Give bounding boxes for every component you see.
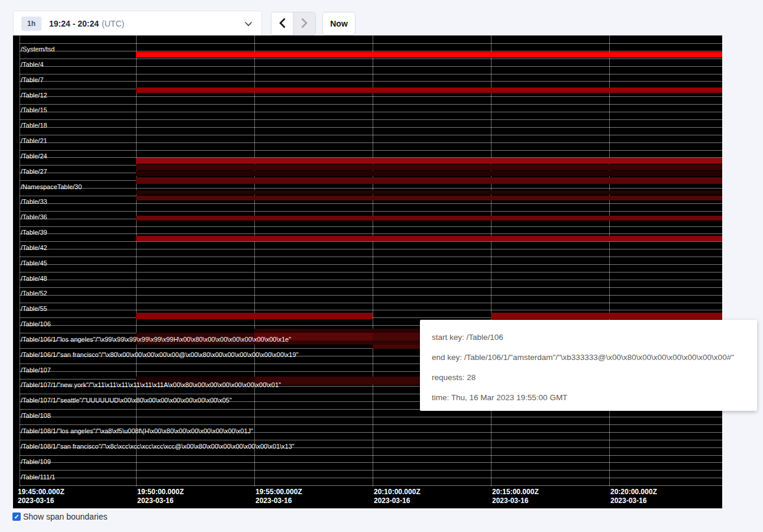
time-axis-label: 19:45:00.000Z2023-03-16 [18, 488, 64, 505]
span-boundary-line [20, 241, 722, 242]
span-boundary-line [20, 203, 722, 204]
heatmap-band[interactable] [136, 164, 722, 170]
span-boundary-line [20, 119, 722, 120]
row-label: /Table/107 [21, 366, 51, 374]
time-range-selector[interactable]: 1h 19:24 - 20:24 (UTC) [13, 11, 262, 37]
span-boundary-line [20, 280, 722, 280]
row-label: /Table/55 [21, 305, 47, 312]
span-boundary-line [20, 485, 722, 486]
range-text: 19:24 - 20:24 [49, 19, 99, 28]
axis-date: 2023-03-16 [374, 497, 421, 505]
tooltip-end-key: end key: /Table/106/1/"amsterdam"/"\xb33… [432, 348, 745, 368]
axis-time: 20:20:00.000Z [610, 488, 657, 497]
tooltip-time: time: Thu, 16 Mar 2023 19:55:00 GMT [432, 388, 745, 408]
next-interval-button[interactable] [293, 12, 315, 35]
previous-interval-button[interactable] [271, 12, 293, 35]
row-label: /NamespaceTable/30 [21, 183, 82, 190]
row-label: /Table/27 [21, 168, 47, 175]
span-boundary-line [20, 226, 722, 227]
row-label: /Table/21 [21, 137, 47, 144]
time-axis-label: 20:20:00.000Z2023-03-16 [610, 488, 657, 505]
span-boundary-line [20, 264, 722, 265]
span-boundary-line [20, 142, 722, 143]
span-boundary-line [20, 295, 722, 296]
key-visualizer-canvas[interactable]: /System/tsd/Table/4/Table/7/Table/12/Tab… [13, 35, 722, 508]
time-axis-label: 19:55:00.000Z2023-03-16 [256, 488, 302, 505]
row-label: /Table/12 [21, 92, 47, 99]
time-grid-line [20, 35, 20, 486]
time-grid-line [609, 35, 610, 486]
time-axis-label: 20:10:00.000Z2023-03-16 [374, 488, 421, 505]
row-label: /Table/106 [21, 320, 51, 327]
span-boundary-line [20, 287, 722, 288]
span-boundary-line [20, 310, 722, 310]
span-boundary-line [20, 74, 722, 74]
show-span-boundaries-checkbox[interactable]: ✓ [12, 512, 21, 521]
span-boundary-line [20, 440, 722, 440]
heatmap-band[interactable] [136, 313, 373, 319]
axis-time: 20:15:00.000Z [492, 488, 539, 497]
row-label: /Table/108 [21, 412, 51, 419]
time-grid-line [491, 35, 492, 486]
cell-tooltip: start key: /Table/106 end key: /Table/10… [420, 320, 757, 411]
axis-time: 19:50:00.000Z [137, 488, 184, 497]
span-boundary-line [20, 478, 722, 478]
span-boundary-line [20, 43, 722, 44]
heatmap-band[interactable] [136, 171, 722, 176]
axis-date: 2023-03-16 [610, 497, 657, 505]
span-boundary-line [20, 59, 722, 59]
row-label: /Table/108/1/"san francisco"/"\x8c\xcc\x… [21, 443, 295, 450]
row-label: /Table/18 [21, 122, 47, 129]
heatmap-band[interactable] [491, 313, 722, 319]
time-grid-line [373, 35, 373, 486]
span-boundary-line [20, 303, 722, 303]
footer: ✓ Show span boundaries [12, 512, 107, 521]
row-label: /System/tsd [21, 46, 54, 53]
axis-date: 2023-03-16 [18, 497, 64, 505]
row-label: /Table/33 [21, 198, 47, 205]
range-timezone: (UTC) [102, 19, 124, 28]
now-button[interactable]: Now [322, 12, 355, 35]
span-boundary-line [20, 96, 722, 97]
heatmap-band[interactable] [136, 177, 722, 184]
heatmap-band[interactable] [136, 87, 722, 93]
span-boundary-line [20, 455, 722, 456]
span-boundary-line [20, 188, 722, 189]
span-boundary-line [20, 424, 722, 425]
span-boundary-line [20, 112, 722, 112]
span-boundary-line [20, 81, 722, 82]
row-label: /Table/36 [21, 213, 47, 220]
row-label: /Table/24 [21, 153, 47, 160]
row-label: /Table/4 [21, 61, 44, 68]
row-label: /Table/111/1 [21, 473, 55, 481]
range-duration-badge: 1h [21, 17, 41, 31]
time-nav-group [271, 12, 316, 35]
heatmap-band[interactable] [136, 236, 722, 241]
tooltip-start-key: start key: /Table/106 [432, 327, 745, 348]
chevron-right-icon [301, 18, 308, 30]
row-label: /Table/107/1/"seattle"/"UUUUUUD\x00\x80\… [21, 397, 232, 404]
show-span-boundaries-label: Show span boundaries [23, 512, 107, 521]
span-boundary-line [20, 211, 722, 212]
span-boundary-line [20, 51, 722, 51]
heatmap-band[interactable] [136, 196, 722, 200]
heatmap-band[interactable] [136, 216, 722, 220]
row-label: /Table/48 [21, 275, 47, 282]
chevron-down-icon [245, 18, 252, 29]
row-label: /Table/39 [21, 229, 47, 236]
span-boundary-line [20, 233, 722, 234]
heatmap-band[interactable] [136, 52, 722, 57]
heatmap-band[interactable] [136, 158, 722, 164]
span-boundary-line [20, 104, 722, 105]
heatmap-band[interactable] [136, 190, 722, 194]
row-label: /Table/7 [21, 76, 44, 83]
axis-date: 2023-03-16 [256, 497, 302, 505]
span-boundary-line [20, 249, 722, 249]
row-label: /Table/108/1/"los angeles"/"\xa8\xf5\u00… [21, 427, 253, 434]
time-axis-label: 20:15:00.000Z2023-03-16 [492, 488, 539, 505]
axis-time: 20:10:00.000Z [374, 488, 421, 497]
chevron-left-icon [279, 18, 286, 30]
span-boundary-line [20, 127, 722, 128]
span-boundary-line [20, 150, 722, 151]
axis-date: 2023-03-16 [137, 497, 184, 505]
